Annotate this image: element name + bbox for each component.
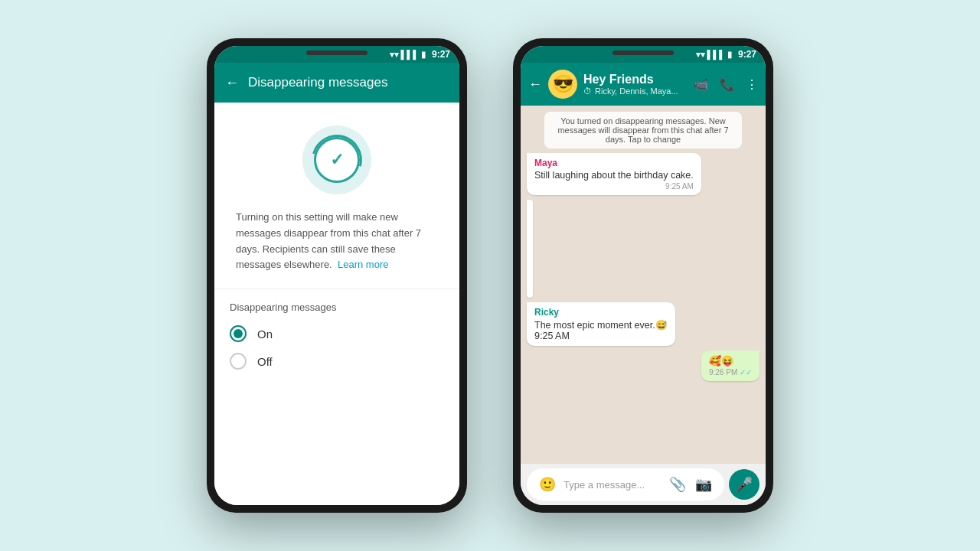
outgoing-message-text: 🥰😝 [709,355,733,367]
dm-clock-circle: ✓ [302,126,371,194]
mic-icon: 🎤 [736,476,753,493]
group-avatar: 😎 [548,70,577,99]
chat-group-name: Hey Friends [583,73,688,86]
message-input-field[interactable]: 🙂 Type a message... 📎 📷 [527,468,724,500]
outgoing-time: 9:26 PM [709,368,737,377]
attachment-button[interactable]: 📎 [668,474,688,494]
maya-message-time: 9:25 AM [534,182,694,191]
ricky-bubble: Ricky The most epic moment ever.😅 9:25 A… [527,302,675,346]
ricky-sender-name: Ricky [534,307,668,318]
voice-call-button[interactable]: 📞 [720,77,735,92]
dm-description: Turning on this setting will make new me… [214,210,459,289]
input-placeholder: Type a message... [564,479,662,491]
status-time-1: 9:27 [432,49,450,60]
maya-bubble: Maya Still laughing about the birthday c… [527,153,701,195]
battery-icon: ▮ [421,50,426,60]
back-button-1[interactable]: ← [225,75,239,91]
dm-icon-area: ✓ [214,103,459,210]
dm-options: Disappearing messages On Off [214,289,459,393]
chat-back-button[interactable]: ← [528,77,542,93]
chat-members: ⏱ Ricky, Dennis, Maya... [583,86,688,96]
chat-body: You turned on disappearing messages. New… [521,106,766,464]
screen-title-1: Disappearing messages [248,75,449,90]
chat-input-bar: 🙂 Type a message... 📎 📷 🎤 [521,464,766,505]
option-off[interactable]: Off [230,353,444,370]
dm-options-label: Disappearing messages [230,302,444,313]
outgoing-bubble: 🥰😝 9:26 PM ✓✓ [701,350,760,381]
more-options-button[interactable]: ⋮ [746,77,758,92]
dm-description-text: Turning on this setting will make new me… [236,211,421,270]
option-on[interactable]: On [230,325,444,342]
disappearing-icon: ⏱ [583,86,592,96]
wifi-icon-2: ▾▾ [696,50,705,60]
signal-icon-2: ▌▌▌ [707,50,725,59]
emoji-button[interactable]: 🙂 [537,474,557,494]
option-off-label: Off [257,355,273,368]
members-text: Ricky, Dennis, Maya... [595,86,678,96]
status-icons-2: ▾▾ ▌▌▌ ▮ [696,50,732,60]
app-bar-1: ← Disappearing messages [214,63,459,103]
wifi-icon: ▾▾ [390,50,399,60]
dm-clock-inner: ✓ [314,137,360,183]
status-time-2: 9:27 [738,49,756,60]
phone-1: ▾▾ ▌▌▌ ▮ 9:27 ← Disappearing messages ✓ [207,38,467,513]
read-receipt-icon: ✓✓ [740,368,752,377]
maya-message-text: Still laughing about the birthday cake. [534,170,694,181]
battery-icon-2: ▮ [727,50,732,60]
phone-speaker [306,51,368,55]
disappearing-messages-screen: ✓ Turning on this setting will make new … [214,103,459,505]
checkmark-icon: ✓ [330,150,344,170]
ricky-message-time: 9:25 AM [534,331,668,341]
chat-actions: 📹 📞 ⋮ [694,77,758,92]
maya-sender-name: Maya [534,158,694,168]
mic-button[interactable]: 🎤 [729,469,760,500]
camera-button[interactable]: 📷 [694,474,714,494]
signal-icon: ▌▌▌ [401,50,419,59]
system-message-text: You turned on disappearing messages. New… [552,116,734,144]
video-call-button[interactable]: 📹 [694,77,709,92]
outgoing-message-time: 9:26 PM ✓✓ [709,368,752,377]
phone-2: ▾▾ ▌▌▌ ▮ 9:27 ← 😎 Hey Friends ⏱ Ricky, D… [513,38,773,513]
radio-on-selected[interactable] [230,325,247,342]
status-icons-1: ▾▾ ▌▌▌ ▮ [390,50,426,60]
option-on-label: On [257,328,273,341]
phone-speaker-2 [612,51,674,55]
image-bubble[interactable]: 9:25 AM [527,200,533,298]
learn-more-link[interactable]: Learn more [338,259,388,270]
radio-off[interactable] [230,353,247,370]
system-message[interactable]: You turned on disappearing messages. New… [544,112,742,148]
chat-app-bar: ← 😎 Hey Friends ⏱ Ricky, Dennis, Maya...… [521,63,766,106]
chat-info: Hey Friends ⏱ Ricky, Dennis, Maya... [583,73,688,96]
ricky-message-text: The most epic moment ever.😅 [534,319,668,331]
